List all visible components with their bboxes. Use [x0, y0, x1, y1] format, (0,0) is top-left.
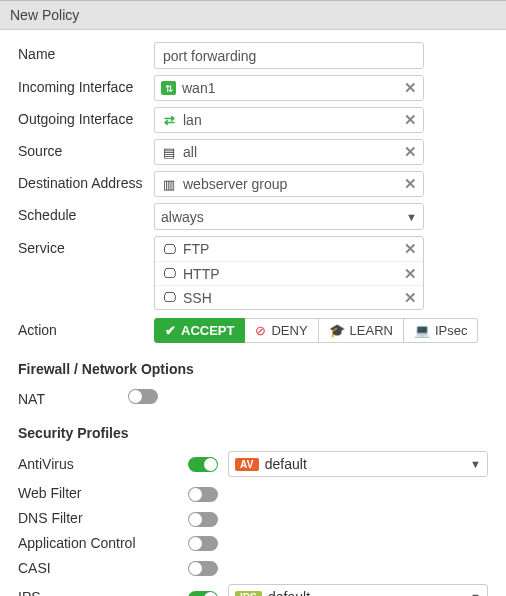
accept-label: ACCEPT — [181, 323, 234, 338]
interface-lan-icon: ⇄ — [161, 113, 177, 128]
policy-form: Name Incoming Interface ⇅ wan1 ✕ Outgoin… — [0, 30, 506, 596]
chevron-down-icon: ▼ — [470, 458, 481, 470]
incoming-label: Incoming Interface — [18, 75, 154, 95]
schedule-label: Schedule — [18, 203, 154, 223]
outgoing-label: Outgoing Interface — [18, 107, 154, 127]
dest-label: Destination Address — [18, 171, 154, 191]
dns-toggle[interactable] — [188, 512, 218, 527]
casi-toggle[interactable] — [188, 561, 218, 576]
chevron-down-icon: ▼ — [406, 211, 417, 223]
check-icon: ✔ — [165, 323, 176, 338]
remove-icon[interactable]: ✕ — [404, 240, 417, 258]
outgoing-value: lan — [183, 112, 202, 128]
service-icon: 🖵 — [161, 290, 177, 305]
deny-button[interactable]: ⊘ DENY — [245, 318, 318, 343]
service-icon: 🖵 — [161, 266, 177, 281]
av-badge: AV — [235, 458, 259, 471]
ipsec-icon: 💻 — [414, 323, 430, 338]
schedule-select[interactable]: always ▼ — [154, 203, 424, 230]
deny-icon: ⊘ — [255, 323, 266, 338]
service-item[interactable]: 🖵 SSH ✕ — [155, 285, 423, 309]
learn-icon: 🎓 — [329, 323, 345, 338]
name-label: Name — [18, 42, 154, 62]
address-group-icon: ▥ — [161, 177, 177, 192]
action-group: ✔ ACCEPT ⊘ DENY 🎓 LEARN 💻 IPsec — [154, 318, 488, 343]
action-label: Action — [18, 318, 154, 338]
ipsec-label: IPsec — [435, 323, 468, 338]
remove-icon[interactable]: ✕ — [404, 79, 417, 97]
interface-wan-icon: ⇅ — [161, 81, 176, 95]
nat-label: NAT — [18, 387, 128, 407]
av-toggle[interactable] — [188, 457, 218, 472]
ips-value: default — [268, 589, 310, 596]
outgoing-item[interactable]: ⇄ lan ✕ — [155, 108, 423, 132]
remove-icon[interactable]: ✕ — [404, 289, 417, 307]
address-icon: ▤ — [161, 145, 177, 160]
schedule-value: always — [161, 209, 204, 225]
incoming-item[interactable]: ⇅ wan1 ✕ — [155, 76, 423, 100]
learn-button[interactable]: 🎓 LEARN — [319, 318, 404, 343]
nat-toggle[interactable] — [128, 389, 158, 404]
av-select[interactable]: AV default ▼ — [228, 451, 488, 477]
dest-item[interactable]: ▥ webserver group ✕ — [155, 172, 423, 196]
service-item[interactable]: 🖵 HTTP ✕ — [155, 261, 423, 285]
service-value: HTTP — [183, 266, 220, 282]
accept-button[interactable]: ✔ ACCEPT — [154, 318, 245, 343]
service-icon: 🖵 — [161, 242, 177, 257]
service-value: FTP — [183, 241, 209, 257]
learn-label: LEARN — [350, 323, 393, 338]
name-input[interactable] — [154, 42, 424, 69]
service-list: 🖵 FTP ✕ 🖵 HTTP ✕ 🖵 SSH ✕ — [154, 236, 424, 310]
deny-label: DENY — [271, 323, 307, 338]
ips-select[interactable]: IPS default ▼ — [228, 584, 488, 596]
page-title: New Policy — [0, 0, 506, 30]
security-section-title: Security Profiles — [18, 425, 488, 441]
service-value: SSH — [183, 290, 212, 306]
remove-icon[interactable]: ✕ — [404, 111, 417, 129]
wf-toggle[interactable] — [188, 487, 218, 502]
dns-label: DNS Filter — [18, 510, 188, 526]
av-value: default — [265, 456, 307, 472]
firewall-section-title: Firewall / Network Options — [18, 361, 488, 377]
chevron-down-icon: ▼ — [470, 591, 481, 596]
source-value: all — [183, 144, 197, 160]
ips-label: IPS — [18, 589, 188, 596]
remove-icon[interactable]: ✕ — [404, 143, 417, 161]
app-toggle[interactable] — [188, 536, 218, 551]
service-label: Service — [18, 236, 154, 256]
remove-icon[interactable]: ✕ — [404, 265, 417, 283]
ipsec-button[interactable]: 💻 IPsec — [404, 318, 479, 343]
source-item[interactable]: ▤ all ✕ — [155, 140, 423, 164]
incoming-value: wan1 — [182, 80, 215, 96]
casi-label: CASI — [18, 560, 188, 576]
app-label: Application Control — [18, 535, 188, 551]
dest-value: webserver group — [183, 176, 287, 192]
wf-label: Web Filter — [18, 485, 188, 501]
source-label: Source — [18, 139, 154, 159]
ips-toggle[interactable] — [188, 591, 218, 596]
ips-badge: IPS — [235, 591, 262, 596]
remove-icon[interactable]: ✕ — [404, 175, 417, 193]
av-label: AntiVirus — [18, 456, 188, 472]
service-item[interactable]: 🖵 FTP ✕ — [155, 237, 423, 261]
